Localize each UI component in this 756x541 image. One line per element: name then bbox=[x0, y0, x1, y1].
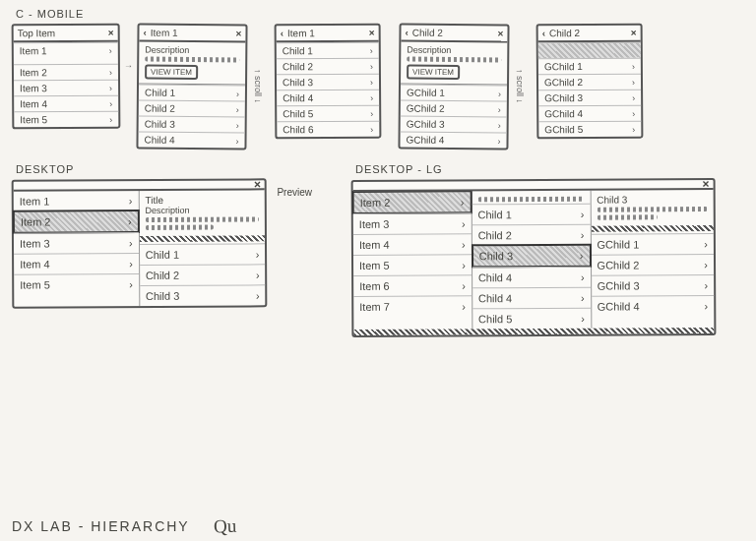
list-item[interactable]: GChild 1› bbox=[401, 85, 507, 101]
list-item[interactable]: GChild 3› bbox=[401, 116, 507, 133]
close-icon[interactable]: × bbox=[498, 28, 504, 38]
list-item[interactable]: Item 5› bbox=[353, 254, 472, 275]
description-block: Description VIEW ITEM bbox=[401, 42, 507, 86]
description-block: Description VIEW ITEM bbox=[139, 42, 245, 86]
chevron-right-icon: › bbox=[109, 45, 112, 55]
footer-title: DX LAB - HIERARCHY bbox=[12, 518, 190, 534]
list-item-selected[interactable]: Item 2› bbox=[13, 210, 140, 234]
section-label-desktop: DESKTOP bbox=[16, 163, 312, 175]
chevron-right-icon: › bbox=[109, 98, 112, 108]
list-item[interactable]: Child 4› bbox=[277, 90, 379, 106]
mobile-row: Top Item × Item 1› Item 2› Item 3› Item … bbox=[12, 24, 748, 150]
close-icon[interactable]: × bbox=[369, 28, 375, 38]
list-item[interactable]: GChild 4› bbox=[538, 105, 641, 122]
list-item[interactable]: Child 5› bbox=[472, 308, 591, 330]
list-item[interactable]: Child 1› bbox=[139, 85, 245, 101]
list-item[interactable]: Item 3› bbox=[14, 232, 139, 254]
close-icon[interactable]: × bbox=[703, 177, 710, 191]
list-item[interactable]: Child 2› bbox=[140, 264, 266, 285]
panel-title: Top Item bbox=[18, 28, 104, 39]
close-icon[interactable]: × bbox=[108, 28, 114, 38]
desktop-lg-panel: × Item 2› Item 3› Item 4› Item 5› Item 6… bbox=[351, 178, 717, 337]
list-item[interactable]: GChild 2› bbox=[401, 100, 507, 117]
list-item[interactable]: Child 6› bbox=[277, 121, 379, 138]
list-item[interactable]: Child 1› bbox=[472, 204, 590, 225]
divider bbox=[140, 235, 266, 242]
list-item[interactable]: Item 5› bbox=[14, 111, 118, 128]
panel-title: Child 2 bbox=[412, 28, 494, 39]
list-item[interactable]: GChild 5› bbox=[538, 121, 641, 138]
mobile-panel-item-detail: ‹ Item 1 × Description VIEW ITEM Child 1… bbox=[136, 24, 247, 150]
mobile-panel-child-scrolled: ‹ Child 2 × GChild 1› GChild 2› GChild 3… bbox=[536, 24, 644, 140]
list-item[interactable]: Item 3› bbox=[353, 212, 472, 234]
list-item[interactable]: Child 2› bbox=[277, 58, 379, 75]
signature: Qu bbox=[213, 515, 236, 538]
list-item[interactable]: GChild 1› bbox=[538, 58, 641, 75]
list-item[interactable]: Item 3› bbox=[14, 80, 118, 96]
section-label-mobile: C - MOBILE bbox=[16, 8, 748, 20]
panel-title: Item 1 bbox=[151, 28, 232, 39]
list-item[interactable]: Item 5› bbox=[14, 273, 139, 295]
list-item[interactable]: Item 1› bbox=[14, 191, 139, 211]
list-item[interactable]: Child 1› bbox=[140, 243, 266, 265]
list-item-selected[interactable]: Item 2› bbox=[352, 190, 472, 214]
list-item[interactable]: Child 3› bbox=[140, 284, 266, 306]
panel-title: Child 2 bbox=[549, 28, 627, 39]
footer: DX LAB - HIERARCHY Qu bbox=[12, 515, 236, 537]
list-item[interactable]: GChild 2› bbox=[538, 74, 641, 90]
preview-block: Child 3 bbox=[591, 190, 714, 224]
list-item[interactable] bbox=[538, 42, 641, 59]
chevron-right-icon: › bbox=[109, 114, 112, 124]
list-item[interactable]: Item 7› bbox=[353, 295, 472, 317]
list-item[interactable]: Child 2› bbox=[139, 100, 245, 117]
close-icon[interactable]: × bbox=[254, 177, 261, 191]
mobile-panel-item-scrolled: ‹ Item 1 × Child 1› Child 2› Child 3› Ch… bbox=[275, 24, 382, 140]
list-item[interactable]: GChild 4› bbox=[400, 132, 506, 149]
back-icon[interactable]: ‹ bbox=[143, 28, 146, 38]
chevron-right-icon: › bbox=[109, 67, 112, 77]
close-icon[interactable]: × bbox=[631, 28, 637, 38]
desktop-row: DESKTOP × Item 1› Item 2› Item 3› Item 4… bbox=[12, 163, 748, 336]
list-item[interactable]: GChild 1› bbox=[591, 233, 714, 255]
preview-block: Title Description bbox=[139, 190, 265, 234]
list-item[interactable]: GChild 3› bbox=[592, 274, 715, 296]
list-item[interactable]: Item 6› bbox=[353, 274, 472, 296]
view-item-button[interactable]: VIEW ITEM bbox=[145, 65, 198, 80]
scroll-annotation: ↑ scroll ↓ bbox=[253, 69, 263, 103]
list-item[interactable]: Child 1› bbox=[277, 42, 379, 59]
list-item-selected[interactable]: Child 3› bbox=[472, 244, 592, 269]
desktop-panel: × Item 1› Item 2› Item 3› Item 4› Item 5… bbox=[12, 178, 268, 308]
list-item[interactable]: Child 2› bbox=[472, 224, 591, 246]
chevron-right-icon: › bbox=[109, 83, 112, 92]
list-item[interactable]: Child 3› bbox=[139, 116, 245, 133]
close-icon[interactable]: × bbox=[236, 28, 242, 38]
back-icon[interactable]: ‹ bbox=[281, 28, 284, 38]
list-item[interactable]: Child 4› bbox=[472, 267, 591, 288]
list-item[interactable]: Item 1› bbox=[14, 42, 118, 59]
list-item[interactable]: Child 3› bbox=[277, 74, 379, 90]
preview-block bbox=[472, 191, 590, 205]
section-label-desktop-lg: DESKTOP - LG bbox=[355, 163, 748, 175]
list-item[interactable]: Child 5› bbox=[277, 105, 379, 122]
list-item[interactable]: Child 4› bbox=[138, 132, 244, 149]
preview-annotation: Preview bbox=[277, 187, 312, 198]
scroll-annotation: ↑ scroll ↓ bbox=[515, 69, 525, 103]
list-item[interactable]: GChild 4› bbox=[592, 295, 715, 317]
arrow-icon: → bbox=[124, 61, 133, 71]
list-item[interactable]: Child 4› bbox=[472, 287, 591, 309]
list-item[interactable]: GChild 2› bbox=[592, 254, 715, 275]
list-item[interactable]: Item 4› bbox=[353, 233, 472, 255]
list-item[interactable]: Item 4› bbox=[14, 95, 118, 112]
view-item-button[interactable]: VIEW ITEM bbox=[407, 65, 460, 80]
back-icon[interactable]: ‹ bbox=[405, 28, 408, 38]
list-item[interactable]: Item 4› bbox=[14, 253, 139, 274]
list-item[interactable]: Item 2› bbox=[14, 64, 118, 81]
mobile-panel-top: Top Item × Item 1› Item 2› Item 3› Item … bbox=[12, 24, 121, 130]
back-icon[interactable]: ‹ bbox=[542, 28, 545, 38]
list-item[interactable]: GChild 3› bbox=[538, 90, 641, 106]
mobile-panel-child-detail: ‹ Child 2 × Description VIEW ITEM GChild… bbox=[398, 24, 509, 150]
divider bbox=[591, 225, 713, 232]
panel-title: Item 1 bbox=[287, 28, 365, 39]
